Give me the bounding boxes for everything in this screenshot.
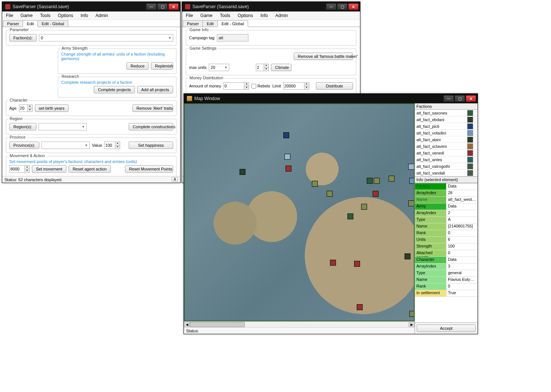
horizontal-scrollbar[interactable]: ◀ ▶ (184, 321, 415, 327)
value-input[interactable] (105, 143, 115, 148)
map-marker[interactable] (405, 253, 410, 259)
map-canvas[interactable] (184, 103, 415, 321)
faction-item[interactable]: att_fact_ebdani (415, 116, 478, 123)
menu-info[interactable]: Info (259, 12, 269, 19)
limit-input[interactable] (284, 83, 304, 89)
tab-edit-global[interactable]: Edit - Global (37, 20, 68, 27)
close-button[interactable]: ✕ (466, 95, 476, 102)
map-marker[interactable] (361, 204, 367, 210)
tab-edit[interactable]: Edit (23, 20, 38, 27)
menu-options[interactable]: Options (56, 12, 75, 19)
map-marker[interactable] (357, 304, 363, 310)
menu-game[interactable]: Game (19, 12, 34, 19)
info-row[interactable]: Rank0 (415, 230, 478, 237)
menu-tools[interactable]: Tools (39, 12, 52, 19)
map-marker[interactable] (283, 132, 289, 138)
age-input[interactable] (19, 106, 27, 111)
tab-edit[interactable]: Edit (202, 20, 218, 27)
reduce-button[interactable]: Reduce (126, 62, 149, 70)
titlebar[interactable]: SaveParser (Sassanid.save) — ▢ ✕ (182, 2, 360, 11)
complete-projects-button[interactable]: Complete projects (94, 86, 135, 93)
menu-info[interactable]: Info (79, 12, 89, 19)
add-all-projects-button[interactable]: Add all projects (137, 86, 173, 93)
map-marker[interactable] (240, 169, 245, 175)
movement-input[interactable] (10, 166, 24, 172)
climate-button[interactable]: Climate (271, 64, 291, 71)
info-row[interactable]: In settlementTrue (415, 290, 478, 297)
map-marker[interactable] (408, 200, 414, 206)
province-combo[interactable]: ▼ (42, 142, 90, 149)
map-marker[interactable] (374, 178, 380, 184)
map-marker[interactable] (409, 178, 415, 184)
map-marker[interactable] (409, 311, 415, 317)
factions-list[interactable]: att_fact_saxonesatt_fact_ebdaniatt_fact_… (415, 110, 478, 177)
replenish-button[interactable]: Replenish (151, 62, 173, 70)
menu-admin[interactable]: Admin (94, 12, 109, 19)
close-button[interactable]: ✕ (348, 3, 359, 10)
info-row[interactable]: Attached agents0 (415, 250, 478, 257)
faction-item[interactable]: att_fact_alani (415, 136, 478, 143)
maximize-button[interactable]: ▢ (157, 3, 168, 10)
info-row[interactable]: ArrayIndex2 (415, 210, 478, 217)
faction-item[interactable]: att_fact_ostrogothi (415, 163, 478, 170)
scroll-left-icon[interactable]: ◀ (184, 322, 190, 327)
region-button[interactable]: Region(s): (9, 123, 36, 130)
map-marker[interactable] (327, 191, 333, 197)
map-marker[interactable] (330, 260, 336, 266)
faction-item[interactable]: att_fact_antes (415, 156, 478, 163)
value-spinner[interactable]: ▲▼ (104, 142, 120, 149)
set-birth-years-button[interactable]: set birth years (35, 104, 69, 112)
info-row[interactable]: FactionData (415, 183, 478, 190)
reset-agent-action-button[interactable]: Reset agent action (69, 165, 111, 173)
faction-combo[interactable]: 0 ▼ (39, 34, 173, 41)
info-row[interactable]: Rank0 (415, 283, 478, 290)
map-marker[interactable] (347, 213, 353, 219)
info-row[interactable]: Name[2140801755] (415, 223, 478, 230)
tab-parser[interactable]: Parser (183, 20, 203, 27)
menu-file[interactable]: File (184, 12, 194, 19)
menu-admin[interactable]: Admin (274, 12, 289, 19)
num-input[interactable] (256, 65, 264, 70)
maximize-button[interactable]: ▢ (337, 3, 347, 10)
map-marker[interactable] (367, 178, 373, 184)
info-row[interactable]: ArmyData (415, 203, 478, 210)
faction-button[interactable]: Faction(s): (9, 34, 37, 41)
faction-item[interactable]: att_fact_sclaveni (415, 143, 478, 150)
faction-item[interactable]: att_fact_votadini (415, 130, 478, 136)
map-marker[interactable] (408, 164, 414, 170)
info-row[interactable]: TypeA (415, 217, 478, 223)
complete-constructions-button[interactable]: Complete constructions (129, 123, 173, 130)
amount-spinner[interactable]: ▲▼ (223, 82, 249, 90)
faction-item[interactable]: att_fact_vandali (415, 170, 478, 176)
minimize-button[interactable]: — (146, 3, 156, 10)
menu-tools[interactable]: Tools (218, 12, 232, 19)
titlebar[interactable]: Map Window — ▢ ✕ (184, 94, 478, 103)
num-spinner[interactable]: ▲▼ (256, 64, 269, 71)
minimize-button[interactable]: — (443, 95, 454, 102)
info-row[interactable]: Typegeneral (415, 270, 478, 277)
region-combo[interactable]: ▼ (39, 123, 87, 130)
scroll-right-icon[interactable]: ▶ (409, 322, 415, 327)
menu-file[interactable]: File (4, 12, 14, 19)
set-happiness-button[interactable]: Set happiness (129, 142, 173, 149)
rebels-checkbox[interactable]: Rebels (251, 84, 270, 89)
remove-alert-traits-button[interactable]: Remove 'Alert' traits (132, 104, 173, 112)
tab-parser[interactable]: Parser (3, 20, 23, 27)
info-row[interactable]: CharacterData (415, 257, 478, 263)
info-row[interactable]: Units6 (415, 237, 478, 243)
faction-item[interactable]: att_fact_saxones (415, 110, 478, 116)
scroll-thumb[interactable] (190, 322, 245, 327)
map-marker[interactable] (286, 166, 291, 172)
menu-game[interactable]: Game (199, 12, 214, 19)
remove-famous-battle-maker-button[interactable]: Remove all 'famous battle maker' (294, 53, 353, 60)
info-row[interactable]: ArrayIndex28 (415, 190, 478, 197)
age-spinner[interactable]: ▲▼ (19, 104, 33, 112)
close-button[interactable]: ✕ (168, 3, 179, 10)
accept-button[interactable]: Accept (417, 325, 476, 332)
titlebar[interactable]: SaveParser (Sassanid.save) — ▢ ✕ (2, 2, 180, 11)
map-marker[interactable] (354, 261, 360, 267)
limit-spinner[interactable]: ▲▼ (283, 82, 309, 90)
info-row[interactable]: Nameatt_fact_wester... (415, 197, 478, 203)
maximize-button[interactable]: ▢ (455, 95, 465, 102)
info-row[interactable]: NameFlavius Eutychia... (415, 277, 478, 283)
